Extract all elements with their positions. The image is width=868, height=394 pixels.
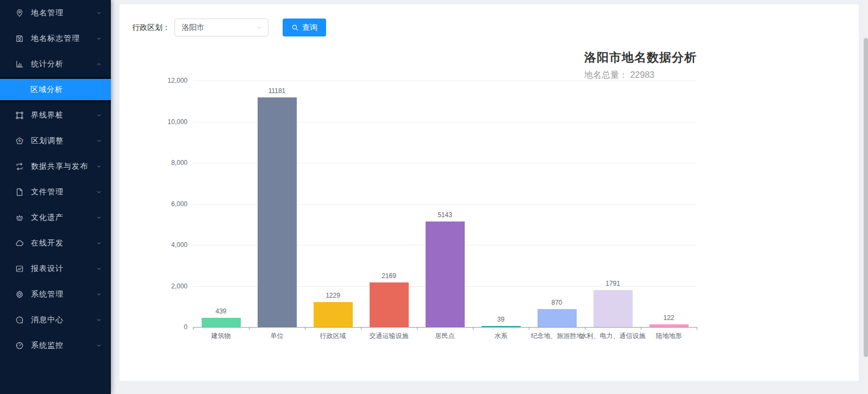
bar-6[interactable] xyxy=(538,309,577,327)
x-axis-tick xyxy=(473,327,473,330)
sidebar-item-label: 报表设计 xyxy=(31,264,96,274)
sidebar-item-1[interactable]: 地名标志管理 xyxy=(0,26,111,51)
sidebar-subitem-2-0[interactable]: 区域分析 xyxy=(0,79,111,100)
chevron-down-icon xyxy=(96,10,102,16)
bar-3[interactable] xyxy=(370,282,409,327)
x-axis-label: 交通运输设施 xyxy=(370,331,409,341)
bar-value-label: 439 xyxy=(193,307,249,315)
x-axis-tick xyxy=(193,327,193,330)
chevron-down-icon xyxy=(96,138,102,144)
sidebar-item-10[interactable]: 系统管理 xyxy=(0,281,111,307)
chevron-down-icon xyxy=(96,342,102,349)
report-chart-icon xyxy=(15,264,24,273)
cloud-icon xyxy=(15,239,24,248)
sidebar-item-8[interactable]: 在线开发 xyxy=(0,230,111,256)
chevron-down-icon xyxy=(96,214,102,221)
sidebar-item-label: 消息中心 xyxy=(31,315,96,325)
main-content: 行政区划： 洛阳市 查询 洛阳市地名数据分析 地名总量： 22983 02,00… xyxy=(111,0,868,394)
x-axis-label: 单位 xyxy=(271,331,284,341)
chevron-down-icon xyxy=(96,189,102,195)
chevron-down-icon xyxy=(96,35,102,42)
sidebar-item-4[interactable]: 区划调整 xyxy=(0,128,111,153)
sidebar-item-5[interactable]: 数据共享与发布 xyxy=(0,153,111,179)
x-axis-label: 纪念地、旅游胜地 xyxy=(531,331,583,341)
bar-2[interactable] xyxy=(314,302,353,327)
chevron-down-icon xyxy=(96,291,102,298)
y-axis-label: 4,000 xyxy=(120,241,188,249)
y-axis-label: 0 xyxy=(120,323,188,331)
sidebar-item-label: 在线开发 xyxy=(31,238,96,248)
bar-5[interactable] xyxy=(482,326,521,327)
bar-value-label: 1791 xyxy=(585,280,641,287)
location-pin-icon xyxy=(15,9,24,17)
chevron-down-icon xyxy=(96,317,102,323)
chevron-up-icon xyxy=(96,61,102,67)
x-axis-line xyxy=(193,327,697,328)
x-axis-tick xyxy=(361,327,361,330)
sidebar-item-11[interactable]: 消息中心 xyxy=(0,307,111,333)
sidebar-item-label: 文化遗产 xyxy=(31,213,96,223)
boundary-frame-icon xyxy=(15,111,24,120)
bar-0[interactable] xyxy=(202,318,241,327)
chevron-down-icon xyxy=(96,266,102,272)
file-icon xyxy=(15,188,24,196)
crown-icon xyxy=(15,213,24,222)
gridline xyxy=(193,81,697,81)
sidebar-item-9[interactable]: 报表设计 xyxy=(0,256,111,281)
sidebar-item-label: 数据共享与发布 xyxy=(31,162,96,171)
y-axis-label: 2,000 xyxy=(120,282,188,290)
pentagon-icon xyxy=(15,137,24,145)
sidebar-item-label: 地名标志管理 xyxy=(31,34,96,44)
x-axis-tick xyxy=(417,327,417,330)
bar-chart-icon xyxy=(15,60,24,69)
scrollbar-thumb[interactable] xyxy=(864,38,868,357)
bar-chart: 02,0004,0006,0008,00010,00012,000439建筑物1… xyxy=(120,4,859,381)
bar-4[interactable] xyxy=(426,221,465,327)
x-axis-tick xyxy=(585,327,585,330)
sidebar-item-label: 系统管理 xyxy=(31,290,96,299)
message-icon xyxy=(15,316,24,324)
sidebar-item-12[interactable]: 系统监控 xyxy=(0,333,111,358)
x-axis-tick xyxy=(529,327,529,330)
gauge-icon xyxy=(15,341,24,350)
vertical-scrollbar[interactable] xyxy=(864,0,868,394)
y-axis-label: 12,000 xyxy=(120,77,188,84)
gear-icon xyxy=(15,290,24,299)
sidebar-item-2[interactable]: 统计分析 xyxy=(0,51,111,77)
y-axis-label: 8,000 xyxy=(120,159,188,167)
x-axis-label: 建筑物 xyxy=(211,331,231,341)
x-axis-tick xyxy=(641,327,641,330)
chevron-down-icon xyxy=(96,240,102,247)
sidebar-item-3[interactable]: 界线界桩 xyxy=(0,102,111,128)
sync-icon xyxy=(15,162,24,171)
x-axis-tick xyxy=(697,327,697,330)
bar-value-label: 122 xyxy=(641,314,697,322)
sidebar-item-label: 统计分析 xyxy=(31,59,96,69)
x-axis-label: 行政区域 xyxy=(320,331,346,341)
chevron-down-icon xyxy=(96,163,102,170)
sidebar-item-label: 区划调整 xyxy=(31,136,96,146)
chevron-down-icon xyxy=(96,112,102,119)
bar-value-label: 11181 xyxy=(249,87,305,95)
bar-value-label: 870 xyxy=(529,299,585,306)
bar-value-label: 5143 xyxy=(417,211,473,219)
bar-1[interactable] xyxy=(258,97,297,327)
sidebar-item-label: 文件管理 xyxy=(31,187,96,197)
sidebar: 地名管理地名标志管理统计分析区域分析界线界桩区划调整数据共享与发布文件管理文化遗… xyxy=(0,0,111,394)
x-axis-label: 水系 xyxy=(495,331,508,341)
x-axis-label: 水利、电力、通信设施 xyxy=(580,331,646,341)
sidebar-item-7[interactable]: 文化遗产 xyxy=(0,205,111,230)
x-axis-label: 居民点 xyxy=(435,331,455,341)
sidebar-item-0[interactable]: 地名管理 xyxy=(0,0,111,26)
bar-8[interactable] xyxy=(650,324,689,327)
y-axis-label: 10,000 xyxy=(120,118,188,126)
bar-7[interactable] xyxy=(594,290,633,327)
sidebar-item-6[interactable]: 文件管理 xyxy=(0,179,111,205)
sidebar-item-label: 系统监控 xyxy=(31,341,96,350)
sidebar-item-label: 地名管理 xyxy=(31,8,96,18)
save-icon xyxy=(15,34,24,43)
content-card: 行政区划： 洛阳市 查询 洛阳市地名数据分析 地名总量： 22983 02,00… xyxy=(120,4,859,381)
bar-value-label: 1229 xyxy=(305,292,361,299)
x-axis-tick xyxy=(249,327,249,330)
bar-value-label: 2169 xyxy=(361,272,417,280)
